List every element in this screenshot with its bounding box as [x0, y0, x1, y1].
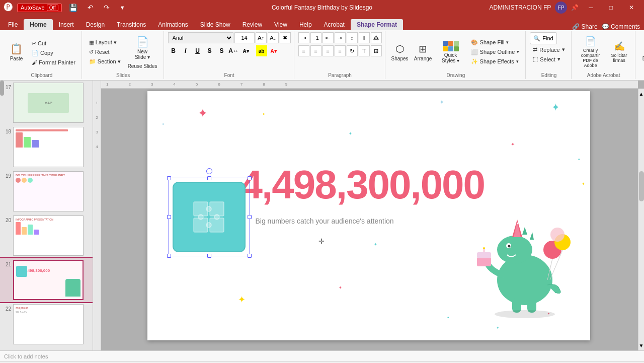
handle-bottom-mid[interactable]: [207, 254, 211, 258]
tab-shape-format[interactable]: Shape Format: [351, 19, 403, 30]
replace-button[interactable]: ⇄ Replace ▾: [530, 45, 568, 54]
notes-bar[interactable]: Click to add notes: [0, 350, 644, 361]
create-share-pdf-button[interactable]: 📄 Crear y compartirPDF de Adobe: [576, 38, 606, 66]
scrollbar-up-button[interactable]: ▲: [638, 89, 644, 99]
quick-styles-button[interactable]: QuickStyles ▾: [436, 37, 466, 67]
canvas-area[interactable]: 1234 123456789 ✦ ✦ ✦ • ✦ ✦ ✦ • ✦ ✦ ✦ •: [93, 81, 644, 350]
section-button[interactable]: 📁 Section ▾: [86, 57, 124, 66]
solicitar-firmas-button[interactable]: ✍ Solicitarfirmas: [607, 38, 632, 66]
canvas-scrollbar-vertical[interactable]: ▲ ▼: [638, 89, 644, 350]
text-direction-button[interactable]: ↻: [347, 45, 358, 56]
tab-design[interactable]: Design: [80, 19, 111, 30]
ribbon-display-icon[interactable]: 📌: [571, 4, 579, 11]
arrange-button[interactable]: ⊞ Arrange: [413, 38, 434, 66]
undo-button[interactable]: ↶: [85, 3, 97, 13]
text-shadow-button[interactable]: S: [216, 45, 227, 56]
layout-button[interactable]: ▦ Layout ▾: [86, 38, 120, 47]
bold-button[interactable]: B: [168, 45, 179, 56]
dictate-button[interactable]: 🎤 Dictate: [639, 38, 644, 66]
scrollbar-thumb[interactable]: [639, 171, 644, 201]
font-family-selector[interactable]: Arial: [168, 32, 233, 43]
autosave-badge[interactable]: AutoSave Off: [17, 4, 62, 12]
shape-outline-button[interactable]: ⬜ Shape Outline ▾: [468, 48, 523, 56]
tab-home[interactable]: Home: [24, 19, 52, 30]
rotate-handle[interactable]: [206, 168, 212, 174]
font-color-button[interactable]: A▾: [268, 45, 279, 56]
new-slide-button[interactable]: 📄 NewSlide ▾: [125, 34, 160, 61]
tab-animations[interactable]: Animations: [152, 19, 194, 30]
align-right-button[interactable]: ≡: [323, 45, 334, 56]
handle-bottom-right[interactable]: [248, 254, 252, 258]
username: ADMINISTRACION FP: [490, 4, 551, 11]
format-painter-button[interactable]: 🖌 Format Painter: [29, 58, 78, 66]
more-commands-button[interactable]: ▼: [117, 4, 128, 12]
share-button[interactable]: 🔗 Share: [572, 23, 597, 30]
font-size-decrease-button[interactable]: A↓: [268, 32, 279, 43]
save-button[interactable]: 💾: [66, 3, 80, 13]
slide-num-20: 20: [2, 217, 11, 223]
slide-canvas[interactable]: ✦ ✦ ✦ • ✦ ✦ ✦ • ✦ ✦ ✦ • ✦ ✦ • ✦ 4,498,30…: [147, 91, 590, 340]
slide-thumb-21[interactable]: 21 4,498,300,000: [0, 258, 93, 302]
slide-img-22: 333,000.00 2% 3m 2s: [13, 304, 84, 344]
char-spacing-button[interactable]: A↔: [228, 45, 239, 56]
reuse-slides-button[interactable]: Reuse Slides: [125, 62, 160, 70]
slide-thumb-18[interactable]: 18: [0, 125, 93, 169]
puzzle-element[interactable]: [173, 182, 246, 252]
handle-mid-right[interactable]: [248, 215, 252, 219]
columns-button[interactable]: ⫴: [359, 32, 370, 43]
slide-thumb-19[interactable]: 19 DO YOU PREFER THIS TIMELINE?: [0, 169, 93, 213]
shape-fill-button[interactable]: 🎨 Shape Fill ▾: [468, 38, 523, 47]
tab-view[interactable]: View: [268, 19, 293, 30]
handle-mid-left[interactable]: [167, 215, 171, 219]
cut-button[interactable]: ✂ Cut: [29, 39, 78, 48]
clear-formatting-button[interactable]: ✖: [280, 32, 291, 43]
font-size-input[interactable]: [234, 32, 255, 43]
shape-options: 🎨 Shape Fill ▾ ⬜ Shape Outline ▾ ✨ Shape…: [468, 38, 523, 66]
handle-bottom-left[interactable]: [167, 254, 171, 258]
align-text-button[interactable]: ⊤: [359, 45, 370, 56]
close-button[interactable]: ✕: [623, 2, 640, 13]
tab-transitions[interactable]: Transitions: [111, 19, 152, 30]
tab-slideshow[interactable]: Slide Show: [194, 19, 236, 30]
tab-file[interactable]: File: [2, 19, 24, 30]
slide-thumb-17[interactable]: 17 MAP: [0, 81, 93, 125]
handle-top-mid[interactable]: [207, 176, 211, 180]
strikethrough-button[interactable]: S: [204, 45, 215, 56]
bullets-button[interactable]: ≡•: [298, 32, 309, 43]
align-left-button[interactable]: ≡: [298, 45, 309, 56]
tab-insert[interactable]: Insert: [53, 19, 80, 30]
smartart-convert-button[interactable]: ⁂: [371, 32, 382, 43]
tab-help[interactable]: Help: [293, 19, 318, 30]
font-size-increase-button[interactable]: A↑: [256, 32, 267, 43]
ribbon-group-drawing: ⬡ Shapes ⊞ Arrange QuickStyles ▾: [386, 31, 526, 79]
font-color-dropdown[interactable]: A▾: [240, 45, 252, 56]
tab-review[interactable]: Review: [236, 19, 268, 30]
handle-top-left[interactable]: [167, 176, 171, 180]
paste-button[interactable]: 📋 Paste: [5, 38, 28, 66]
line-spacing-button[interactable]: ↕: [347, 32, 358, 43]
underline-button[interactable]: U: [192, 45, 203, 56]
effects-icon: ✨: [471, 58, 478, 65]
tab-acrobat[interactable]: Acrobat: [318, 19, 351, 30]
slide-thumb-20[interactable]: 20 INFOGRAPHIC PRESENTATION: [0, 213, 93, 258]
maximize-button[interactable]: □: [603, 2, 619, 13]
scrollbar-down-button[interactable]: ▼: [638, 340, 644, 350]
smartart-button[interactable]: ⊞: [371, 45, 382, 56]
highlight-color-button[interactable]: ab: [256, 45, 267, 56]
slide-thumb-22[interactable]: 22 333,000.00 2% 3m 2s: [0, 302, 93, 346]
numbered-list-button[interactable]: ≡1: [310, 32, 321, 43]
shapes-icon: ⬡: [395, 43, 404, 55]
minimize-button[interactable]: ─: [583, 2, 599, 13]
justify-button[interactable]: ≡: [335, 45, 346, 56]
decrease-indent-button[interactable]: ⇤: [323, 32, 334, 43]
shapes-button[interactable]: ⬡ Shapes: [389, 38, 411, 66]
align-center-button[interactable]: ≡: [310, 45, 321, 56]
select-button[interactable]: ⬚ Select ▾: [530, 55, 564, 63]
copy-button[interactable]: 📄 Copy: [29, 49, 78, 57]
comments-button[interactable]: 💬 Comments: [602, 23, 640, 30]
italic-button[interactable]: I: [180, 45, 191, 56]
shape-effects-button[interactable]: ✨ Shape Effects ▾: [468, 57, 523, 66]
redo-button[interactable]: ↷: [101, 3, 113, 13]
reset-button[interactable]: ↺ Reset: [86, 48, 113, 56]
increase-indent-button[interactable]: ⇥: [335, 32, 346, 43]
